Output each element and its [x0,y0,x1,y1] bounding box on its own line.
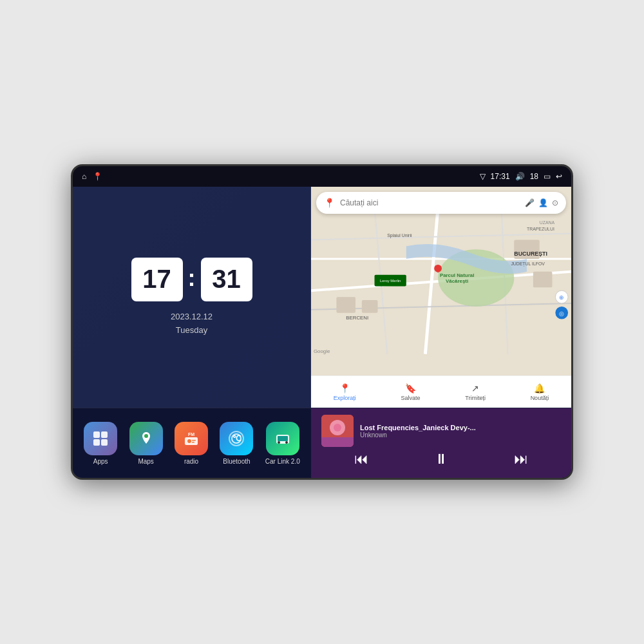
prev-button[interactable]: ⏮ [354,451,368,468]
svg-rect-50 [321,437,354,447]
status-bar: ⌂ 📍 ▽ 17:31 🔊 18 ▭ ↩ [73,166,571,187]
home-icon[interactable]: ⌂ [82,172,86,181]
apps-row: Apps Maps [73,408,311,478]
map-send-tab[interactable]: ↗ Trimiteți [465,383,486,401]
clock-display: 17 : 31 [131,258,252,301]
send-icon: ↗ [471,383,479,393]
main-screen: 17 : 31 2023.12.12 Tuesday [73,187,571,478]
maps-status-icon[interactable]: 📍 [93,172,102,181]
map-bottom-bar: 📍 Explorați 🔖 Salvate ↗ Trimiteți 🔔 Nout… [311,375,571,408]
apps-icon [84,422,117,455]
battery-icon: ▭ [544,172,551,181]
news-icon: 🔔 [534,383,545,393]
battery-level: 18 [530,172,538,181]
music-text: Lost Frequencies_Janieck Devy-... Unknow… [360,424,561,439]
svg-rect-32 [93,439,100,446]
clock-hour: 17 [131,258,183,301]
map-explore-tab[interactable]: 📍 Explorați [334,383,356,401]
svg-rect-31 [101,431,108,438]
maps-app-icon [129,422,163,455]
news-label: Noutăți [531,395,549,401]
radio-app-icon: FM [175,422,208,455]
album-art [321,415,354,447]
map-content: Parcul Natural Văcărești BUCUREȘTI JUDEȚ… [311,187,571,375]
status-right: ▽ 17:31 🔊 18 ▭ ↩ [480,172,562,181]
svg-rect-44 [278,436,288,441]
volume-icon: 🔊 [515,172,525,181]
maps-label: Maps [138,458,153,465]
svg-text:⊕: ⊕ [559,294,564,301]
map-search-icons: 🎤 👤 ⊙ [525,198,558,207]
carlink-label: Car Link 2.0 [265,458,300,465]
date-value: 2023.12.12 [171,310,213,324]
svg-point-45 [278,441,280,444]
bottom-row: Apps Maps [73,408,571,478]
svg-text:FM: FM [188,432,194,437]
clock-colon: : [188,265,196,292]
map-widget[interactable]: Parcul Natural Văcărești BUCUREȘTI JUDEȚ… [311,187,571,408]
clock-minute: 31 [201,258,252,301]
svg-rect-10 [362,300,378,313]
explore-icon: 📍 [339,383,350,393]
svg-point-34 [144,434,148,438]
music-artist: Unknown [360,431,561,439]
apps-label: Apps [93,458,108,465]
map-saved-tab[interactable]: 🔖 Salvate [401,383,421,401]
svg-text:JUDEȚUL ILFOV: JUDEȚUL ILFOV [511,261,545,267]
music-controls: ⏮ ⏸ ⏭ [321,447,561,471]
bluetooth-app-icon: ℃ [220,422,253,455]
app-item-apps[interactable]: Apps [84,422,117,465]
map-news-tab[interactable]: 🔔 Noutăți [531,383,549,401]
svg-text:Parcul Natural: Parcul Natural [440,272,474,278]
clock-widget: 17 : 31 2023.12.12 Tuesday [73,187,311,408]
svg-text:Splaiul Unirii: Splaiul Unirii [387,233,412,238]
svg-text:Leroy Merlin: Leroy Merlin [380,279,401,283]
date-display: 2023.12.12 Tuesday [171,310,213,337]
device-frame: ⌂ 📍 ▽ 17:31 🔊 18 ▭ ↩ 17 : 31 2023.12.12 … [71,164,573,480]
map-search-bar[interactable]: 📍 Căutați aici 🎤 👤 ⊙ [316,192,566,214]
maps-pin-icon: 📍 [324,198,335,208]
signal-icon: ▽ [480,172,486,181]
svg-rect-37 [192,440,196,441]
app-item-carlink[interactable]: Car Link 2.0 [265,422,300,465]
svg-point-46 [285,441,288,444]
carlink-app-icon [266,422,299,455]
bluetooth-label: Bluetooth [223,458,250,465]
svg-point-49 [334,424,341,431]
more-icon[interactable]: ⊙ [552,198,558,207]
svg-rect-30 [93,431,100,438]
saved-icon: 🔖 [405,383,416,393]
mic-icon[interactable]: 🎤 [525,198,535,207]
svg-point-36 [187,439,191,443]
svg-text:◎: ◎ [559,310,564,317]
svg-rect-33 [101,439,108,446]
app-item-radio[interactable]: FM radio [175,422,208,465]
send-label: Trimiteți [465,395,486,401]
svg-rect-38 [192,442,194,443]
svg-text:BUCUREȘTI: BUCUREȘTI [514,251,547,257]
music-info: Lost Frequencies_Janieck Devy-... Unknow… [321,415,561,447]
map-search-text: Căutați aici [340,198,520,207]
status-left: ⌂ 📍 [82,172,102,181]
svg-text:Văcărești: Văcărești [446,278,468,284]
next-button[interactable]: ⏭ [514,451,528,468]
svg-rect-9 [336,297,355,313]
explore-label: Explorați [334,395,356,401]
map-svg: Parcul Natural Văcărești BUCUREȘTI JUDEȚ… [311,187,571,375]
time-display: 17:31 [491,172,510,181]
svg-text:BERCENI: BERCENI [346,315,368,321]
play-pause-button[interactable]: ⏸ [434,451,448,468]
back-icon[interactable]: ↩ [556,172,562,181]
svg-text:Google: Google [314,348,330,354]
svg-text:℃: ℃ [232,434,242,443]
app-item-bluetooth[interactable]: ℃ Bluetooth [220,422,253,465]
app-item-maps[interactable]: Maps [129,422,163,465]
account-icon[interactable]: 👤 [538,198,548,207]
svg-text:TRAPEZULUI: TRAPEZULUI [527,227,554,231]
svg-rect-12 [533,272,553,288]
day-value: Tuesday [171,324,213,337]
music-title: Lost Frequencies_Janieck Devy-... [360,424,561,431]
radio-label: radio [184,458,198,465]
svg-text:UZANA: UZANA [540,220,555,225]
saved-label: Salvate [401,395,421,401]
